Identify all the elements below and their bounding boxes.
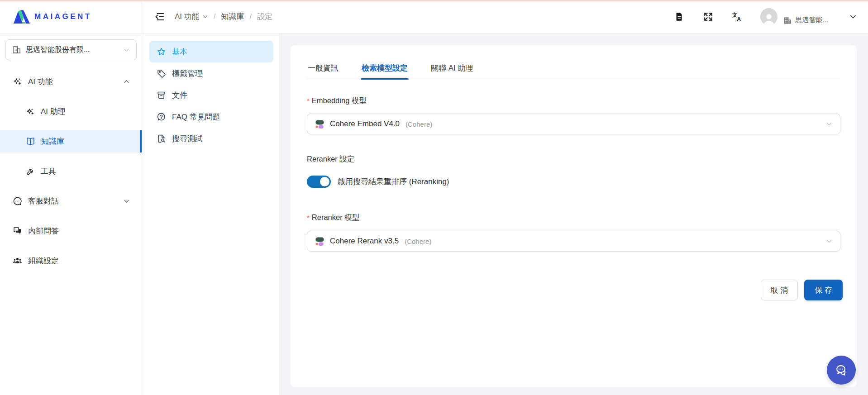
reranker-model-value: Cohere Rerank v3.5 <box>330 237 399 246</box>
tab-linked-ai-assistants[interactable]: 關聯 AI 助理 <box>430 57 474 79</box>
embedding-model-provider: (Cohere) <box>405 120 432 128</box>
sidebar-item-knowledge-base[interactable]: 知識庫 <box>0 130 142 152</box>
sidebar-item-label: 組織設定 <box>28 256 59 266</box>
primary-nav: AI 功能 AI 助理 知識庫 <box>0 71 142 280</box>
organization-name: 思邁智能... <box>795 16 828 24</box>
breadcrumb-item-ai-features[interactable]: AI 功能 <box>175 11 208 22</box>
required-asterisk: * <box>307 214 310 221</box>
wrench-icon <box>26 167 35 176</box>
toggle-knob <box>320 177 329 186</box>
breadcrumb: AI 功能 / 知識庫 / 設定 <box>175 11 272 22</box>
reranker-model-select[interactable]: Cohere Rerank v3.5 (Cohere) <box>307 231 840 252</box>
subnav-item-faq[interactable]: FAQ 常見問題 <box>149 106 273 128</box>
settings-card: 一般資訊 檢索模型設定 關聯 AI 助理 *Embedding 模型 Coher… <box>291 45 857 387</box>
svg-text:A: A <box>737 15 741 22</box>
breadcrumb-separator: / <box>250 12 252 21</box>
reranking-toggle-label: 啟用搜尋結果重排序 (Reranking) <box>338 176 449 187</box>
chevron-down-icon <box>202 14 208 19</box>
sidebar-item-ai-features[interactable]: AI 功能 <box>0 71 142 93</box>
subnav-item-documents[interactable]: 文件 <box>149 84 273 106</box>
document-icon[interactable] <box>673 11 685 23</box>
chevron-down-icon <box>123 47 130 53</box>
reranker-model-label: *Reranker 模型 <box>307 213 359 223</box>
subnav-item-label: 搜尋測試 <box>172 133 203 144</box>
reranking-toggle-row: 啟用搜尋結果重排序 (Reranking) <box>307 176 449 188</box>
form-actions: 取 消 保 存 <box>761 280 843 300</box>
save-button[interactable]: 保 存 <box>804 280 843 300</box>
subnav-item-search-test[interactable]: 搜尋測試 <box>149 128 273 149</box>
tab-retrieval-model-settings[interactable]: 檢索模型設定 <box>361 57 409 79</box>
organization-selector-value: 思邁智能股份有限... <box>26 45 119 55</box>
reranker-model-provider: (Cohere) <box>405 238 431 245</box>
fullscreen-icon[interactable] <box>702 11 714 23</box>
chevron-down-icon <box>825 238 833 245</box>
sidebar-item-label: 內部問答 <box>28 226 59 236</box>
sparkles-icon <box>26 107 35 116</box>
sidebar-item-label: AI 助理 <box>41 106 66 117</box>
subnav-item-label: 文件 <box>172 90 187 100</box>
user-avatar[interactable] <box>760 8 777 25</box>
sidebar-item-label: 客服對話 <box>28 196 59 206</box>
current-organization[interactable]: 思邁智能... <box>783 16 828 25</box>
logo-text: MAIAGENT <box>34 12 92 21</box>
sidebar-item-customer-chat[interactable]: 客服對話 <box>0 190 142 212</box>
building-outline-icon <box>12 45 21 54</box>
open-book-icon <box>26 137 35 146</box>
cohere-logo-icon <box>315 236 325 247</box>
tag-icon <box>157 69 166 78</box>
chevron-down-icon <box>123 198 130 205</box>
embedding-model-value: Cohere Embed V4.0 <box>330 119 400 128</box>
chat-smiley-icon <box>13 196 22 206</box>
sidebar-item-label: 工具 <box>41 166 56 176</box>
subnav-item-label: 標籤管理 <box>172 68 203 79</box>
main-content: 一般資訊 檢索模型設定 關聯 AI 助理 *Embedding 模型 Coher… <box>280 33 868 395</box>
reranking-toggle[interactable] <box>307 176 331 188</box>
required-asterisk: * <box>307 97 310 105</box>
building-icon <box>783 16 792 25</box>
secondary-sidebar: 基本 標籤管理 文件 <box>142 33 280 395</box>
subnav-item-label: 基本 <box>172 47 187 57</box>
settings-tabs: 一般資訊 檢索模型設定 關聯 AI 助理 <box>307 57 840 79</box>
sidebar-item-label: AI 功能 <box>28 76 53 87</box>
sidebar-item-ai-assistant[interactable]: AI 助理 <box>0 100 142 123</box>
embedding-model-select[interactable]: Cohere Embed V4.0 (Cohere) <box>307 114 840 134</box>
kb-settings-nav: 基本 標籤管理 文件 <box>149 41 273 149</box>
star-icon <box>157 47 166 57</box>
sidebar-collapse-button[interactable] <box>153 10 167 24</box>
header-actions: 文 A <box>656 8 857 25</box>
top-accent-line <box>0 0 868 1</box>
subnav-item-tag-management[interactable]: 標籤管理 <box>149 62 273 84</box>
breadcrumb-separator: / <box>214 12 216 21</box>
sparkles-icon <box>13 77 22 86</box>
document-search-icon <box>157 134 166 143</box>
subnav-item-basic[interactable]: 基本 <box>149 41 273 62</box>
sidebar-item-label: 知識庫 <box>41 136 64 147</box>
primary-sidebar: 思邁智能股份有限... AI 功能 <box>0 33 142 395</box>
team-icon <box>13 256 22 266</box>
chat-bubble-icon <box>834 362 849 378</box>
reranker-section-title: Reranker 設定 <box>307 154 354 164</box>
sidebar-item-org-settings[interactable]: 組織設定 <box>0 250 142 272</box>
tab-general-info[interactable]: 一般資訊 <box>307 57 339 79</box>
subnav-item-label: FAQ 常見問題 <box>172 112 220 122</box>
translate-icon[interactable]: 文 A <box>731 11 743 23</box>
chat-bubbles-icon <box>13 226 22 236</box>
cohere-logo-icon <box>315 119 325 129</box>
question-circle-icon <box>157 112 166 122</box>
header-bar: AI 功能 / 知識庫 / 設定 <box>142 0 868 33</box>
cancel-button[interactable]: 取 消 <box>761 280 798 300</box>
support-chat-fab[interactable] <box>827 356 856 385</box>
breadcrumb-item-settings: 設定 <box>257 11 272 22</box>
chevron-down-icon <box>825 120 833 128</box>
chevron-up-icon <box>123 78 130 85</box>
header-logo-area: MAIAGENT <box>0 0 142 33</box>
header-chevron-down-icon[interactable] <box>849 13 857 21</box>
organization-selector[interactable]: 思邁智能股份有限... <box>5 39 137 60</box>
maiagent-logo[interactable]: MAIAGENT <box>14 10 92 24</box>
archive-box-icon <box>157 90 166 100</box>
embedding-model-label: *Embedding 模型 <box>307 96 367 106</box>
sidebar-item-tools[interactable]: 工具 <box>0 160 142 182</box>
breadcrumb-item-knowledge-base[interactable]: 知識庫 <box>221 11 244 22</box>
sidebar-item-internal-qa[interactable]: 內部問答 <box>0 220 142 242</box>
maiagent-logo-icon <box>14 10 30 24</box>
